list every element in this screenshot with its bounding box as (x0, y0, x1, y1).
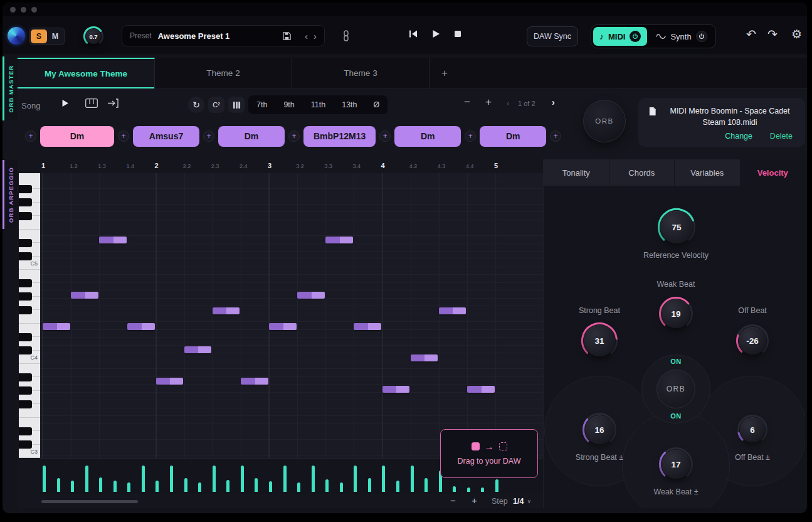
solo-button[interactable]: S (31, 29, 47, 43)
theme-tab[interactable]: Theme 3 (292, 58, 430, 88)
window-close-button[interactable] (10, 7, 16, 13)
reference-velocity-knob[interactable]: 75 (657, 208, 696, 247)
piano-black-key[interactable] (19, 333, 32, 341)
grid-view-button[interactable] (228, 97, 245, 113)
velocity-bar[interactable] (297, 482, 300, 492)
preset-name[interactable]: Awesome Preset 1 (158, 31, 230, 41)
midi-note[interactable] (184, 346, 212, 353)
theme-tab[interactable]: Theme 2 (155, 58, 292, 88)
add-chord-button[interactable]: + (25, 130, 36, 142)
prev-preset-button[interactable]: ‹ (305, 31, 308, 41)
midi-note[interactable] (297, 292, 325, 299)
save-preset-icon[interactable] (282, 31, 292, 41)
add-chord-button[interactable]: + (203, 130, 214, 142)
tab-chords[interactable]: Chords (609, 159, 675, 186)
off-beat-variation-knob[interactable]: 6 (737, 414, 768, 445)
piano-black-key[interactable] (19, 306, 32, 314)
piano-black-key[interactable] (19, 346, 32, 354)
tab-tonality[interactable]: Tonality (544, 159, 609, 186)
extension-button[interactable]: 13th (334, 95, 365, 114)
daw-sync-button[interactable]: DAW Sync (527, 26, 578, 46)
chord-pill[interactable]: Dm (40, 126, 114, 147)
piano-black-key[interactable] (19, 292, 32, 301)
chord-pill[interactable]: Dm (218, 126, 285, 147)
velocity-bar[interactable] (467, 487, 470, 492)
orb-button[interactable]: ORB (583, 100, 626, 142)
velocity-bar[interactable] (57, 478, 60, 492)
window-minimize-button[interactable] (21, 7, 26, 13)
velocity-bar[interactable] (156, 481, 159, 492)
velocity-bar[interactable] (142, 466, 145, 492)
remove-page-button[interactable]: − (464, 96, 470, 109)
orb-master-tab[interactable]: ORB MASTER (3, 56, 18, 120)
velocity-bar[interactable] (213, 466, 216, 492)
on-toggle-top[interactable]: ON (663, 358, 688, 365)
zoom-in-button[interactable]: + (472, 495, 477, 506)
midi-note[interactable] (43, 323, 70, 330)
skip-to-start-button[interactable] (409, 29, 418, 38)
chord-pill[interactable]: Dm (480, 126, 546, 147)
app-logo[interactable] (8, 27, 25, 45)
off-beat-knob[interactable]: -26 (736, 324, 769, 358)
add-chord-button[interactable]: + (465, 130, 476, 142)
regenerate-button[interactable]: ↻ (188, 97, 204, 113)
velocity-bar[interactable] (382, 466, 385, 492)
mute-button[interactable]: M (47, 29, 63, 43)
midi-note[interactable] (241, 378, 268, 385)
play-button[interactable] (432, 29, 440, 38)
velocity-bar[interactable] (495, 479, 498, 492)
add-chord-button[interactable]: + (288, 130, 300, 142)
piano-black-key[interactable] (19, 252, 32, 260)
chord-pill[interactable]: Amsus7 (133, 126, 199, 147)
master-knob[interactable]: 0.7 (83, 26, 104, 47)
add-chord-button[interactable]: + (379, 130, 391, 142)
piano-black-key[interactable] (19, 239, 32, 247)
weak-beat-knob[interactable]: 19 (658, 296, 693, 331)
velocity-bar[interactable] (43, 466, 46, 492)
page-prev-button[interactable]: ‹ (507, 99, 509, 108)
velocity-bar[interactable] (340, 482, 343, 492)
tab-variables[interactable]: Variables (675, 159, 741, 186)
midi-note[interactable] (127, 323, 155, 330)
velocity-bar[interactable] (99, 477, 102, 492)
piano-black-key[interactable] (19, 373, 32, 381)
velocity-bar[interactable] (283, 466, 287, 492)
step-dropdown[interactable]: 1/4 ∨ (513, 497, 531, 506)
midi-toggle[interactable]: ♪ MIDI (593, 27, 647, 46)
piano-black-key[interactable] (19, 400, 32, 408)
weak-beat-variation-knob[interactable]: 17 (658, 447, 693, 482)
synth-toggle[interactable]: Synth (650, 27, 713, 46)
velocity-bar[interactable] (71, 481, 74, 492)
delete-midi-link[interactable]: Delete (770, 132, 793, 141)
velocity-bar[interactable] (269, 481, 272, 492)
midi-note[interactable] (269, 323, 297, 330)
piano-black-key[interactable] (19, 440, 32, 449)
drag-to-daw-box[interactable]: → Drag to your DAW (440, 429, 538, 478)
velocity-bar[interactable] (198, 482, 201, 492)
add-theme-button[interactable]: + (430, 58, 460, 88)
add-chord-button[interactable]: + (118, 130, 129, 142)
change-midi-link[interactable]: Change (725, 132, 752, 141)
midi-note[interactable] (99, 237, 127, 243)
velocity-orb-button[interactable]: ORB (656, 370, 695, 408)
window-zoom-button[interactable] (31, 7, 37, 13)
page-next-button[interactable]: › (552, 97, 555, 107)
extension-button[interactable]: 9th (275, 95, 302, 114)
midi-note[interactable] (411, 354, 438, 361)
extension-button[interactable]: 7th (248, 95, 275, 114)
chord-pill[interactable]: BmbP12M13 (303, 126, 376, 147)
add-chord-button[interactable]: + (550, 130, 561, 142)
velocity-bar[interactable] (127, 482, 130, 492)
link-icon[interactable] (341, 30, 351, 41)
chord-display-button[interactable]: C² (208, 97, 224, 113)
midi-note[interactable] (156, 378, 184, 385)
midi-power-icon[interactable] (630, 31, 641, 42)
velocity-bar[interactable] (255, 478, 258, 492)
piano-black-key[interactable] (19, 185, 32, 193)
strong-beat-variation-knob[interactable]: 16 (582, 412, 617, 447)
orb-arpeggio-tab[interactable]: ORB ARPEGGIO (3, 160, 18, 229)
velocity-bar[interactable] (368, 478, 371, 492)
velocity-bar[interactable] (424, 478, 428, 492)
extension-button[interactable]: 11th (303, 95, 334, 114)
next-preset-button[interactable]: › (314, 31, 317, 41)
